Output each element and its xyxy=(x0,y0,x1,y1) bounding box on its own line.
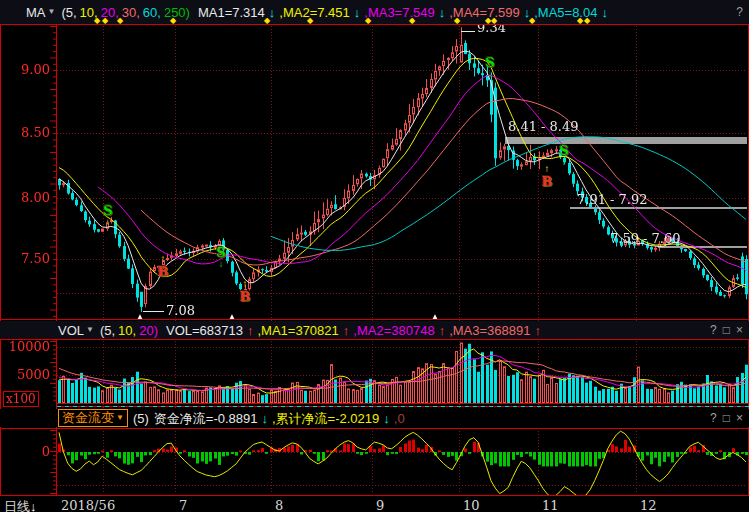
indicator-selector-vol[interactable]: VOL▼ xyxy=(58,324,94,337)
help-icon[interactable]: ? xyxy=(710,412,717,424)
sell-arrow-icon: ↓ xyxy=(488,69,493,79)
indicator-selector-flow[interactable]: 资金流变▼ xyxy=(58,409,128,427)
ma-param: 60, xyxy=(143,5,161,20)
trade-letter: B xyxy=(542,174,553,189)
trend-arrow-icon: ↓ xyxy=(354,5,361,20)
price-annotation: 8.41 - 8.49 xyxy=(508,119,579,134)
maximize-icon[interactable]: □ xyxy=(723,324,730,336)
maximize-icon[interactable]: □ xyxy=(723,412,730,424)
vol-param: 10, xyxy=(118,323,136,338)
volume-unit-label: x100 xyxy=(3,391,39,407)
stock-app-window: MA▼ (5,10,20,30,60,250) MA1=7.314↓,MA2=7… xyxy=(0,0,749,512)
sell-arrow-icon: ↓ xyxy=(219,259,224,269)
trend-arrow-icon: ↑ xyxy=(439,323,446,338)
event-diamond-icon: ◆ xyxy=(102,16,108,25)
trade-marker-b: B xyxy=(158,265,169,278)
trend-arrow-icon: ↓ xyxy=(439,5,446,20)
flow-indicator-header: 资金流变▼ (5) 资金净流=-0.8891↓,累计净流=-2.0219↓,0 … xyxy=(0,409,749,427)
flow-values: 资金净流=-0.8891↓,累计净流=-2.0219↓,0 xyxy=(154,412,408,425)
signal-arrow-icon: ▲ xyxy=(431,312,439,321)
buy-arrow-icon: ↑ xyxy=(545,164,550,174)
sell-arrow-icon: ↓ xyxy=(562,157,567,167)
chevron-down-icon: ▼ xyxy=(86,326,94,334)
flow-value: 资金净流=-0.8891 xyxy=(154,411,258,426)
indicator-label: VOL xyxy=(58,324,84,337)
indicator-label: MA xyxy=(26,6,46,19)
vol-param: 20) xyxy=(139,323,158,338)
trade-marker-b: B xyxy=(542,175,553,188)
indicator-selector-ma[interactable]: MA▼ xyxy=(26,6,55,19)
price-annotation: 7.08 xyxy=(166,303,195,318)
ma-param: 30, xyxy=(122,5,140,20)
price-axis-label: 8.00 xyxy=(2,190,50,205)
help-icon[interactable]: ? xyxy=(736,6,743,18)
indicator-label: 资金流变 xyxy=(62,411,114,424)
trend-arrow-icon: ↓ xyxy=(383,411,390,426)
axis-month-label: 7 xyxy=(179,498,187,512)
axis-month-label: 8 xyxy=(275,498,283,512)
axis-month-label: 12 xyxy=(640,498,657,512)
trade-letter: B xyxy=(240,289,251,304)
buy-arrow-icon: ↑ xyxy=(161,254,166,264)
ma-value: ,MA3=7.549 xyxy=(364,5,434,20)
event-diamond-icon: ◆ xyxy=(307,16,313,25)
flow-zero-label: 0 xyxy=(2,444,50,459)
event-diamond-icon: ◆ xyxy=(117,16,123,25)
price-axis-label: 7.50 xyxy=(2,251,50,266)
event-diamond-icon: ◆ xyxy=(409,16,415,25)
event-diamond-icon: ◆ xyxy=(577,16,583,25)
axis-month-label: 10 xyxy=(463,498,480,512)
close-icon[interactable]: × xyxy=(736,412,743,424)
event-diamond-icon: ◆ xyxy=(94,16,100,25)
event-diamond-icon: ◆ xyxy=(454,16,460,25)
vol-values: VOL=683713↑,MA1=370821↑,MA2=380748↑,MA3=… xyxy=(166,324,545,337)
sell-arrow-icon: ↓ xyxy=(106,217,111,227)
vol-value: VOL=683713 xyxy=(166,323,243,338)
event-diamond-icon: ◆ xyxy=(584,16,590,25)
event-diamond-icon: ◆ xyxy=(529,16,535,25)
axis-year-month: 2018/5 xyxy=(61,498,107,512)
price-axis-label: 8.50 xyxy=(2,125,50,140)
event-diamond-icon: ◆ xyxy=(170,16,176,25)
vol-value: ,MA2=380748 xyxy=(353,323,434,338)
price-annotation: 7.59 - 7.60 xyxy=(610,231,681,246)
axis-month-label: 9 xyxy=(376,498,384,512)
trend-arrow-icon: ↑ xyxy=(534,323,541,338)
flow-value: ,0 xyxy=(394,411,405,426)
vol-params: (5,10,20) xyxy=(100,324,161,337)
main-indicator-header: MA▼ (5,10,20,30,60,250) MA1=7.314↓,MA2=7… xyxy=(0,0,749,25)
vol-value: ,MA3=368891 xyxy=(449,323,530,338)
flow-value: ,累计净流=-2.0219 xyxy=(272,411,379,426)
trend-arrow-icon: ↓ xyxy=(262,411,269,426)
axis-month-label: 11 xyxy=(542,498,559,512)
vol-param: (5, xyxy=(100,323,115,338)
close-icon[interactable]: × xyxy=(736,324,743,336)
vol-value: ,MA1=370821 xyxy=(257,323,338,338)
ma-value: ,MA2=7.451 xyxy=(279,5,349,20)
help-icon[interactable]: ? xyxy=(710,324,717,336)
signal-arrow-icon: ▲ xyxy=(136,312,144,321)
chevron-down-icon: ▼ xyxy=(116,414,124,422)
axis-month-label: 6 xyxy=(107,498,115,512)
volume-axis-label: 10000 xyxy=(2,339,50,354)
chart-canvas[interactable] xyxy=(0,0,749,512)
ma-values: MA1=7.314↓,MA2=7.451↓,MA3=7.549↓,MA4=7.5… xyxy=(198,6,612,19)
ma-param: 250) xyxy=(164,5,190,20)
period-selector[interactable]: 日线↓ xyxy=(4,498,37,512)
volume-axis-label: 5000 xyxy=(2,367,50,382)
event-diamond-icon: ◆ xyxy=(491,16,497,25)
ma-value: MA1=7.314 xyxy=(198,5,265,20)
price-axis-label: 9.00 xyxy=(2,62,50,77)
buy-arrow-icon: ↑ xyxy=(243,279,248,289)
arrow-down-icon: ↓ xyxy=(30,499,37,512)
trade-marker-b: B xyxy=(240,290,251,303)
event-diamond-icon: ◆ xyxy=(365,16,371,25)
trend-arrow-icon: ↑ xyxy=(343,323,350,338)
ma-param: (5, xyxy=(61,5,76,20)
period-label: 日线 xyxy=(4,499,30,512)
trend-arrow-icon: ↓ xyxy=(601,5,608,20)
event-diamond-icon: ◆ xyxy=(264,16,270,25)
vol-indicator-header: VOL▼ (5,10,20) VOL=683713↑,MA1=370821↑,M… xyxy=(0,321,749,339)
price-annotation: 7.91 - 7.92 xyxy=(577,192,648,207)
trade-letter: B xyxy=(158,264,169,279)
